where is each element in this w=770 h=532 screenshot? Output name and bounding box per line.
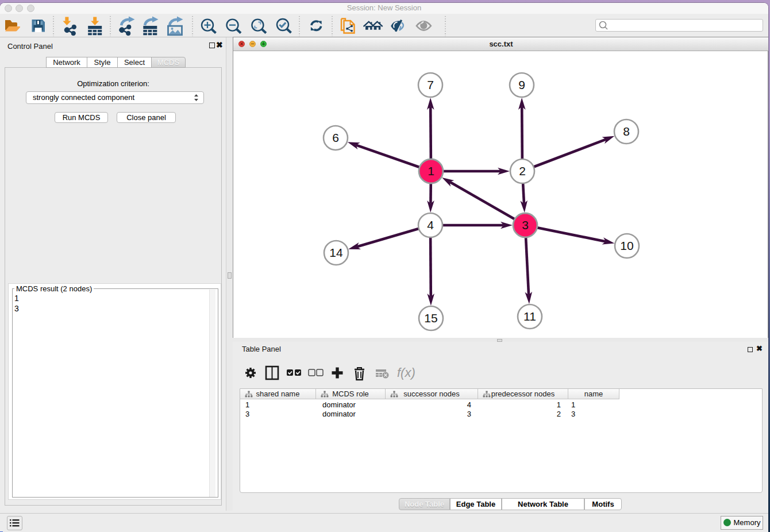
svg-text:4: 4	[427, 218, 434, 232]
svg-text:7: 7	[427, 78, 434, 91]
svg-text:15: 15	[424, 311, 437, 325]
svg-text:f(x): f(x)	[397, 365, 415, 380]
svg-text:6: 6	[332, 131, 339, 144]
svg-text:2: 2	[519, 164, 526, 178]
svg-text:3: 3	[522, 218, 529, 232]
svg-text:9: 9	[518, 78, 525, 91]
svg-text:14: 14	[329, 246, 343, 259]
svg-text:1: 1	[428, 164, 434, 178]
svg-text:10: 10	[620, 239, 633, 252]
svg-text:11: 11	[523, 310, 536, 323]
svg-text:8: 8	[623, 125, 630, 138]
